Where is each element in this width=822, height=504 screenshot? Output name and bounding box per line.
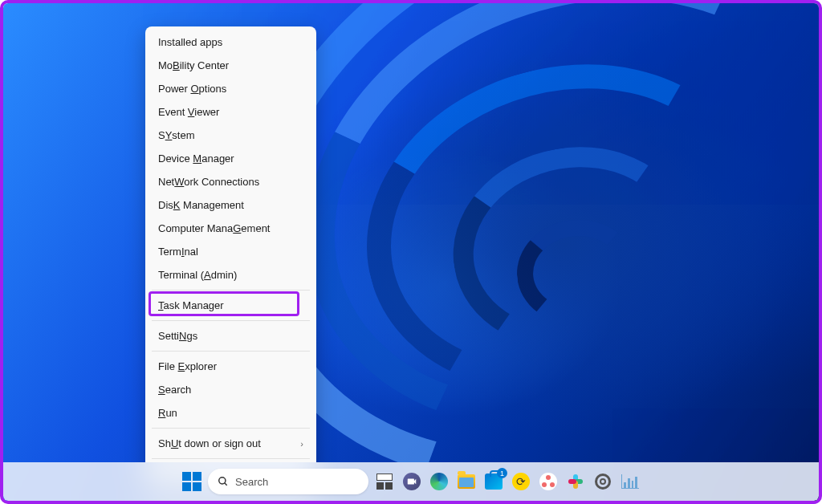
menu-item-label: MoBility Center bbox=[158, 59, 229, 71]
menu-item-label: Power Options bbox=[158, 83, 226, 95]
menu-item-label: Search bbox=[158, 384, 191, 396]
edge-icon bbox=[430, 473, 448, 490]
menu-item-label: Task Manager bbox=[158, 299, 224, 311]
menu-item-settings[interactable]: SettiNgs bbox=[145, 324, 316, 348]
menu-item-label: Event Viewer bbox=[158, 106, 219, 118]
menu-item-system[interactable]: SYstem bbox=[145, 124, 316, 147]
gear-icon bbox=[595, 474, 611, 490]
search-placeholder: Search bbox=[235, 476, 268, 488]
taskbar-app-slack[interactable] bbox=[564, 470, 587, 493]
menu-item-search[interactable]: Search bbox=[145, 378, 316, 401]
search-icon bbox=[218, 476, 229, 487]
slack-icon bbox=[567, 473, 584, 490]
menu-item-label: Terminal (Admin) bbox=[158, 269, 237, 281]
menu-item-shut-down-or-sign-out[interactable]: ShUt down or sign out› bbox=[145, 432, 316, 455]
windows-logo-icon bbox=[182, 472, 201, 491]
menu-item-mobility-center[interactable]: MoBility Center bbox=[145, 54, 316, 77]
menu-separator bbox=[152, 320, 310, 321]
menu-separator bbox=[152, 290, 310, 291]
folder-icon bbox=[458, 474, 475, 489]
menu-item-run[interactable]: Run bbox=[145, 401, 316, 425]
menu-separator bbox=[152, 428, 310, 429]
svg-point-0 bbox=[219, 478, 226, 484]
taskbar-app-yellow[interactable]: ⟳ bbox=[510, 470, 532, 493]
taskbar-app-settings[interactable] bbox=[592, 470, 614, 493]
menu-item-computer-management[interactable]: Computer ManaGement bbox=[145, 217, 316, 240]
start-button[interactable] bbox=[181, 470, 203, 493]
menu-separator bbox=[152, 458, 310, 459]
teams-icon bbox=[403, 473, 421, 490]
taskbar: Search 1 ⟳ bbox=[3, 462, 819, 501]
menu-item-terminal-admin[interactable]: Terminal (Admin) bbox=[145, 263, 316, 287]
menu-item-label: Computer ManaGement bbox=[158, 222, 270, 234]
menu-item-file-explorer[interactable]: File Explorer bbox=[145, 355, 316, 378]
menu-item-task-manager[interactable]: Task Manager bbox=[145, 294, 316, 317]
menu-item-power-options[interactable]: Power Options bbox=[145, 77, 316, 100]
taskbar-search[interactable]: Search bbox=[208, 469, 368, 494]
chevron-right-icon: › bbox=[300, 439, 303, 449]
asana-icon bbox=[539, 473, 557, 490]
winx-context-menu: Installed appsMoBility CenterPower Optio… bbox=[145, 26, 316, 490]
menu-item-device-manager[interactable]: Device Manager bbox=[145, 147, 316, 170]
menu-item-installed-apps[interactable]: Installed apps bbox=[145, 30, 316, 54]
menu-item-label: TermInal bbox=[158, 246, 198, 258]
taskbar-app-asana[interactable] bbox=[537, 470, 560, 493]
svg-line-1 bbox=[225, 483, 227, 486]
menu-item-network-connections[interactable]: NetWork Connections bbox=[145, 170, 316, 193]
menu-item-label: SYstem bbox=[158, 129, 195, 141]
taskbar-app-edge[interactable] bbox=[428, 470, 450, 493]
menu-item-label: File Explorer bbox=[158, 360, 217, 372]
menu-item-event-viewer[interactable]: Event Viewer bbox=[145, 100, 316, 124]
desktop-wallpaper bbox=[3, 3, 819, 501]
notification-badge: 1 bbox=[497, 468, 507, 478]
taskbar-app-store[interactable]: 1 bbox=[482, 470, 505, 493]
menu-item-label: Run bbox=[158, 407, 177, 419]
taskbar-app-chart[interactable] bbox=[619, 470, 641, 493]
menu-item-label: Device Manager bbox=[158, 152, 234, 165]
task-view-button[interactable] bbox=[373, 470, 396, 493]
menu-item-label: DisK Management bbox=[158, 199, 244, 211]
menu-item-label: SettiNgs bbox=[158, 330, 197, 342]
menu-item-label: ShUt down or sign out bbox=[158, 437, 261, 449]
menu-item-label: NetWork Connections bbox=[158, 176, 259, 188]
menu-item-terminal[interactable]: TermInal bbox=[145, 240, 316, 263]
taskbar-app-file-explorer[interactable] bbox=[455, 470, 478, 493]
menu-item-label: Installed apps bbox=[158, 36, 222, 48]
bar-chart-icon bbox=[621, 474, 639, 489]
task-view-icon bbox=[376, 474, 393, 490]
menu-item-disk-management[interactable]: DisK Management bbox=[145, 193, 316, 217]
tweak-icon: ⟳ bbox=[512, 473, 530, 490]
taskbar-app-teams[interactable] bbox=[401, 470, 423, 493]
menu-separator bbox=[152, 351, 310, 352]
